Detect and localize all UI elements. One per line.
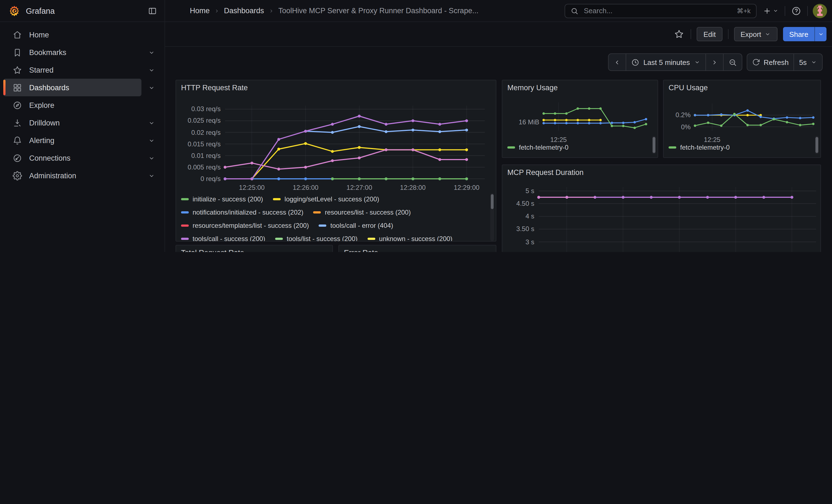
legend-scrollbar[interactable] bbox=[490, 193, 494, 241]
legend-label: tools/call - success (200) bbox=[192, 235, 265, 241]
divider bbox=[785, 6, 785, 16]
y-axis-tick: 3 s bbox=[502, 237, 534, 246]
legend-row: resources/templates/list - success (200)… bbox=[181, 219, 487, 232]
legend-scrollbar[interactable] bbox=[815, 136, 819, 154]
legend-item[interactable]: tools/list - success (200) bbox=[275, 235, 357, 241]
sidebar-link-drilldown[interactable]: Drilldown bbox=[3, 114, 141, 132]
sidebar-link-explore[interactable]: Explore bbox=[3, 96, 161, 114]
panel-title[interactable]: Error Rate bbox=[344, 249, 378, 252]
plug-icon bbox=[12, 153, 22, 163]
legend-item[interactable]: fetch-telemetry-0 bbox=[669, 143, 730, 151]
expand-chevron-icon[interactable] bbox=[141, 49, 161, 56]
breadcrumb-item[interactable]: Home bbox=[190, 7, 210, 15]
panel-error-rate: Error Rate0% bbox=[338, 245, 496, 252]
expand-chevron-icon[interactable] bbox=[141, 66, 161, 74]
legend-color-icon bbox=[313, 211, 321, 214]
sidebar-link-alerting[interactable]: Alerting bbox=[3, 132, 141, 149]
panel-title[interactable]: Total Request Rate bbox=[181, 249, 244, 252]
add-new-button[interactable] bbox=[761, 5, 780, 16]
drilldown-icon bbox=[12, 118, 22, 127]
legend-item[interactable]: logging/setLevel - success (200) bbox=[273, 195, 379, 203]
top-right-actions: ⌘+k bbox=[565, 4, 832, 18]
legend-row: notifications/initialized - success (202… bbox=[181, 206, 487, 219]
legend-color-icon bbox=[669, 147, 676, 149]
refresh-group: Refresh 5s bbox=[747, 53, 823, 71]
y-axis-tick: 0 req/s bbox=[176, 175, 220, 183]
legend-item[interactable]: tools/call - success (200) bbox=[181, 235, 265, 241]
sidebar-link-bookmarks[interactable]: Bookmarks bbox=[3, 44, 141, 61]
legend-item[interactable]: fetch-telemetry-0 bbox=[508, 143, 568, 151]
refresh-interval-picker[interactable]: 5s bbox=[794, 54, 822, 71]
legend-item[interactable]: notifications/initialized - success (202… bbox=[181, 209, 304, 216]
legend-scrollbar-thumb[interactable] bbox=[653, 137, 655, 153]
sidebar-item-connections: Connections bbox=[3, 149, 161, 167]
refresh-button[interactable]: Refresh bbox=[747, 54, 794, 71]
time-back-button[interactable] bbox=[608, 54, 626, 71]
panel-title[interactable]: HTTP Request Rate bbox=[181, 84, 248, 92]
legend-item[interactable]: tools/call - error (404) bbox=[319, 222, 393, 230]
star-icon bbox=[674, 29, 684, 39]
panel-title[interactable]: Memory Usage bbox=[508, 84, 558, 92]
expand-chevron-icon[interactable] bbox=[141, 119, 161, 126]
y-axis-tick: 0% bbox=[664, 123, 691, 131]
bell-icon bbox=[12, 136, 22, 145]
legend-label: initialize - success (200) bbox=[192, 195, 263, 203]
share-button[interactable]: Share bbox=[783, 27, 814, 41]
sidebar-item-home: Home bbox=[3, 26, 161, 44]
legend-color-icon bbox=[181, 224, 189, 227]
sidebar-link-administration[interactable]: Administration bbox=[3, 167, 141, 184]
sidebar-link-dashboards[interactable]: Dashboards bbox=[3, 79, 141, 96]
legend-row: tools/call - success (200)tools/list - s… bbox=[181, 232, 487, 241]
legend-item[interactable]: resources/list - success (200) bbox=[313, 209, 411, 216]
legend-color-icon bbox=[319, 224, 327, 227]
legend-scrollbar-thumb[interactable] bbox=[815, 137, 818, 153]
legend-color-icon bbox=[181, 238, 189, 240]
breadcrumb: HomeDashboardsToolHive MCP Server & Prox… bbox=[165, 7, 478, 15]
expand-chevron-icon[interactable] bbox=[141, 137, 161, 144]
panel-title[interactable]: MCP Request Duration bbox=[508, 168, 583, 177]
legend-color-icon bbox=[275, 238, 283, 240]
y-axis-tick: 0.01 req/s bbox=[176, 151, 220, 160]
x-axis-tick: 12:27:00 bbox=[346, 184, 372, 191]
sidebar-link-starred[interactable]: Starred bbox=[3, 61, 141, 79]
time-range-picker[interactable]: Last 5 minutes bbox=[626, 54, 705, 71]
y-axis-tick: 4 s bbox=[502, 212, 534, 221]
y-axis-tick: 2.50 s bbox=[502, 250, 534, 252]
favorite-star-button[interactable] bbox=[673, 28, 685, 40]
refresh-label: Refresh bbox=[763, 58, 788, 66]
legend-label: logging/setLevel - success (200) bbox=[285, 195, 379, 203]
expand-chevron-icon[interactable] bbox=[141, 84, 161, 91]
legend-color-icon bbox=[368, 238, 375, 240]
panel-title[interactable]: CPU Usage bbox=[669, 84, 708, 92]
search-input[interactable] bbox=[583, 6, 732, 16]
export-button[interactable]: Export bbox=[734, 27, 778, 41]
search-box[interactable]: ⌘+k bbox=[565, 4, 757, 18]
share-menu-button[interactable] bbox=[814, 27, 827, 41]
breadcrumb-item[interactable]: Dashboards bbox=[224, 7, 264, 15]
dashboard-toolbar: Edit Export Share bbox=[165, 22, 832, 47]
zoom-out-button[interactable] bbox=[723, 54, 742, 71]
legend-scrollbar[interactable] bbox=[652, 136, 656, 154]
legend-item[interactable]: initialize - success (200) bbox=[181, 195, 263, 203]
help-button[interactable] bbox=[790, 5, 802, 17]
active-accent-bar bbox=[3, 80, 5, 95]
legend-scrollbar-thumb[interactable] bbox=[491, 194, 494, 209]
x-axis-tick: 12:25:00 bbox=[239, 184, 265, 191]
legend-item[interactable]: resources/templates/list - success (200) bbox=[181, 222, 309, 230]
expand-chevron-icon[interactable] bbox=[141, 172, 161, 179]
legend-item[interactable]: unknown - success (200) bbox=[368, 235, 452, 241]
panel-legend: fetch-telemetry-0 bbox=[669, 141, 812, 155]
legend-color-icon bbox=[273, 198, 281, 201]
sidebar-toggle-button[interactable] bbox=[147, 5, 158, 16]
sidebar-link-home[interactable]: Home bbox=[3, 26, 161, 44]
y-axis-tick: 3.50 s bbox=[502, 225, 534, 234]
legend-color-icon bbox=[508, 147, 515, 149]
sidebar-item-dashboards: Dashboards bbox=[3, 79, 161, 96]
chevron-down-icon bbox=[694, 59, 700, 65]
sidebar-link-connections[interactable]: Connections bbox=[3, 149, 141, 167]
sidebar-item-label: Explore bbox=[29, 101, 54, 109]
user-avatar[interactable] bbox=[813, 4, 827, 18]
time-forward-button[interactable] bbox=[705, 54, 723, 71]
expand-chevron-icon[interactable] bbox=[141, 154, 161, 161]
edit-button[interactable]: Edit bbox=[697, 27, 723, 41]
